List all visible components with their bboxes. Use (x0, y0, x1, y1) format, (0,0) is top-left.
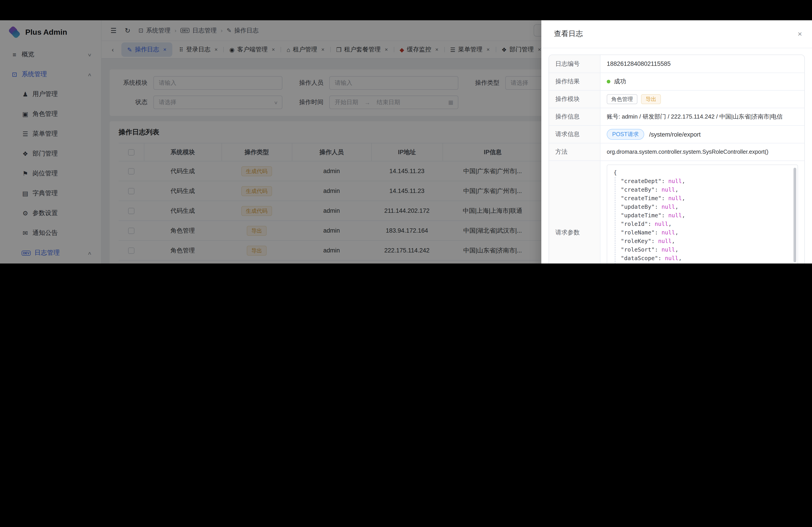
field-row-log-id: 日志编号 1882612840802115585 (549, 55, 804, 73)
field-row-request: 请求信息 POST请求 /system/role/export (549, 125, 804, 143)
json-line: menuCheckStrictly: null, (613, 262, 791, 264)
json-line: roleSort: null, (613, 245, 791, 254)
field-row-method: 方法 org.dromara.system.controller.system.… (549, 143, 804, 161)
request-params-json[interactable]: { createDept: null, createBy: null, crea… (607, 165, 798, 264)
module-tag: 角色管理 (607, 94, 637, 104)
field-label: 方法 (549, 144, 600, 161)
json-line: createBy: null, (613, 185, 791, 194)
field-label: 操作结果 (549, 73, 600, 90)
post-method-tag: POST请求 (607, 129, 644, 140)
json-line: roleKey: null, (613, 237, 791, 245)
field-row-params: 请求参数 { createDept: null, createBy: null, (549, 161, 804, 264)
field-label: 操作信息 (549, 108, 600, 125)
log-id-value: 1882612840802115585 (607, 60, 670, 67)
request-path-value: /system/role/export (649, 131, 700, 138)
json-line: dataScope: null, (613, 254, 791, 262)
operation-info-value: 账号: admin / 研发部门 / 222.175.114.242 / 中国|… (607, 113, 783, 121)
method-value: org.dromara.system.controller.system.Sys… (607, 149, 768, 155)
result-value: 成功 (614, 77, 626, 86)
indent-guide (615, 177, 615, 264)
close-icon[interactable]: × (798, 30, 802, 39)
json-line: createTime: null, (613, 194, 791, 202)
drawer-title: 查看日志 (554, 29, 798, 39)
screen: Plus Admin ≡ 概览 ∨ ⊡ 系统管理 ∧ ♟ 用户管理 (0, 0, 812, 264)
field-label: 日志编号 (549, 55, 600, 73)
export-tag: 导出 (641, 94, 661, 104)
log-detail-table: 日志编号 1882612840802115585 操作结果 成功 操作模块 角色… (549, 55, 805, 264)
view-log-drawer: 查看日志 × 日志编号 1882612840802115585 操作结果 成功 … (541, 20, 812, 264)
json-line: roleId: null, (613, 220, 791, 228)
drawer-header: 查看日志 × (541, 20, 812, 48)
json-scrollbar[interactable] (794, 168, 796, 262)
json-line: createDept: null, (613, 177, 791, 185)
json-line: updateBy: null, (613, 202, 791, 211)
json-line: roleName: null, (613, 228, 791, 237)
json-line: updateTime: null, (613, 211, 791, 220)
field-row-info: 操作信息 账号: admin / 研发部门 / 222.175.114.242 … (549, 108, 804, 125)
field-row-result: 操作结果 成功 (549, 73, 804, 90)
field-label: 请求信息 (549, 126, 600, 143)
success-dot-icon (607, 80, 610, 84)
field-label: 操作模块 (549, 91, 600, 108)
json-open-brace: { (613, 168, 791, 177)
field-label: 请求参数 (549, 161, 600, 264)
field-row-module: 操作模块 角色管理 导出 (549, 90, 804, 108)
